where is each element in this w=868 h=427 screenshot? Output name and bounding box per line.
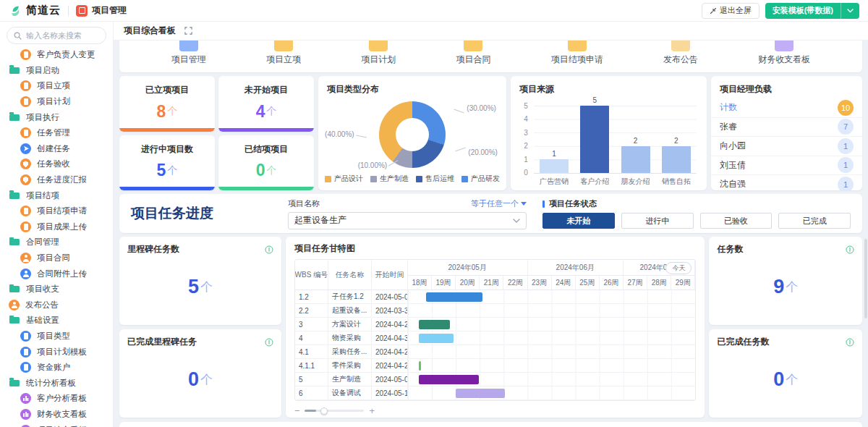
zoom-knob[interactable] xyxy=(320,407,328,415)
manager-row[interactable]: 沈自强1 xyxy=(711,175,862,190)
quick-link[interactable]: 财务收支看板 xyxy=(758,41,810,66)
info-icon[interactable] xyxy=(846,338,854,347)
gantt-task-cell[interactable]: 子任务1.2 xyxy=(328,290,372,304)
doc-icon xyxy=(20,331,31,342)
sidebar-item[interactable]: 项目计划 xyxy=(0,94,113,110)
gantt-task-cell[interactable]: 物资采购 xyxy=(328,331,372,345)
install-template-button[interactable]: 安装模板(带数据) xyxy=(765,3,859,19)
gantt-task-cell[interactable]: 生产制造 xyxy=(328,373,372,386)
sidebar-item[interactable]: 合同附件上传 xyxy=(0,266,113,282)
expand-icon[interactable] xyxy=(184,27,192,35)
sidebar-item[interactable]: 项目结项申请 xyxy=(0,203,113,219)
legend-item[interactable]: 产品设计 xyxy=(325,174,363,184)
sidebar-item-label: 财务收支看板 xyxy=(37,409,87,420)
gantt-bar[interactable] xyxy=(456,389,505,398)
quick-link[interactable]: 项目计划 xyxy=(361,41,396,66)
sidebar-item[interactable]: 项目成果上传 xyxy=(0,219,113,235)
status-button[interactable]: 进行中 xyxy=(621,213,694,229)
gantt-timeline-cell xyxy=(408,345,696,359)
sidebar-item[interactable]: 项目合同 xyxy=(0,250,113,266)
info-icon[interactable] xyxy=(265,245,273,254)
sidebar-item[interactable]: 项目立项 xyxy=(0,78,113,94)
sidebar-item-label: 任务验收 xyxy=(37,158,70,169)
quick-link[interactable]: 项目结项申请 xyxy=(551,41,603,66)
gantt-bar[interactable] xyxy=(419,334,454,343)
donut-chart[interactable] xyxy=(379,101,446,168)
bar[interactable]: 5 xyxy=(580,106,609,173)
legend-item[interactable]: 产品研发 xyxy=(461,174,500,184)
sidebar-item-label: 创建任务 xyxy=(37,143,70,154)
sidebar-item[interactable]: 项目启动 xyxy=(0,63,113,79)
info-icon[interactable] xyxy=(265,338,273,347)
legend-item[interactable]: 生产制造 xyxy=(370,174,409,184)
bar[interactable]: 2 xyxy=(662,146,691,173)
exit-fullscreen-button[interactable]: 退出全屏 xyxy=(702,3,760,19)
gantt-bar[interactable] xyxy=(419,375,479,384)
card-title: 里程碑任务数 xyxy=(127,243,179,255)
chevron-down-icon[interactable] xyxy=(841,9,859,13)
zoom-track[interactable] xyxy=(305,410,364,412)
today-button[interactable]: 今天 xyxy=(665,262,692,274)
stat-card[interactable]: 未开始项目4个 xyxy=(218,76,314,132)
manager-name: 刘玉倩 xyxy=(720,159,746,172)
sidebar-item[interactable]: 项目结项 xyxy=(0,187,113,203)
gantt-task-cell[interactable]: 方案设计 xyxy=(328,318,372,331)
zoom-in-button[interactable]: + xyxy=(369,405,375,416)
gantt-col-header: WBS 编号 xyxy=(295,260,328,290)
sidebar-item[interactable]: 项目计划模板 xyxy=(0,344,113,360)
sidebar-item[interactable]: 项目执行 xyxy=(0,109,113,125)
gantt-bar[interactable] xyxy=(419,361,421,371)
manager-row[interactable]: 向小园1 xyxy=(711,137,862,156)
manager-row[interactable]: 张睿7 xyxy=(711,118,862,138)
scrollbar[interactable] xyxy=(864,239,867,318)
exit-fullscreen-label: 退出全屏 xyxy=(720,5,752,16)
tab-dashboard[interactable]: 项目综合看板 xyxy=(124,25,176,37)
gantt-bar[interactable] xyxy=(426,292,482,302)
sidebar-item[interactable]: 创建任务 xyxy=(0,141,113,157)
stat-card[interactable]: 已立项项目8个 xyxy=(119,76,215,132)
status-button[interactable]: 未开始 xyxy=(542,213,615,229)
quick-link[interactable]: 项目立项 xyxy=(266,41,301,66)
sidebar-item[interactable]: 客户分析看板 xyxy=(0,391,113,407)
match-mode-dropdown[interactable]: 等于任意一个 xyxy=(471,198,527,209)
sidebar-item[interactable]: 基础设置 xyxy=(0,313,113,329)
legend-label: 售后运维 xyxy=(425,174,454,184)
gantt-task-cell[interactable]: 采购任务... xyxy=(328,345,372,359)
sidebar-item[interactable]: 财务收支看板 xyxy=(0,407,113,423)
quick-link[interactable]: 发布公告 xyxy=(663,41,698,66)
sidebar-item[interactable]: 合同管理 xyxy=(0,234,113,250)
stat-card[interactable]: 已结项项目0个 xyxy=(218,135,314,191)
bar[interactable]: 1 xyxy=(540,159,569,173)
y-tick: 2 xyxy=(518,142,528,150)
gantt-task-cell[interactable]: 设备调试 xyxy=(328,386,372,400)
sidebar-item[interactable]: 发布公告 xyxy=(0,297,113,313)
sidebar-item[interactable]: 项目综合看板 xyxy=(0,422,113,427)
quick-link[interactable]: 项目合同 xyxy=(456,41,490,66)
manager-row[interactable]: 刘玉倩1 xyxy=(711,156,862,176)
legend-item[interactable]: 售后运维 xyxy=(416,174,454,184)
gantt-task-cell[interactable]: 起重设备... xyxy=(328,304,372,318)
sidebar-item[interactable]: 资金账户 xyxy=(0,360,113,376)
search-input[interactable]: 输入名称来搜索 xyxy=(7,27,106,44)
info-icon[interactable] xyxy=(846,245,854,254)
status-button[interactable]: 已完成 xyxy=(778,213,851,229)
zoom-out-button[interactable]: − xyxy=(294,405,300,416)
stat-card[interactable]: 进行中项目数5个 xyxy=(119,135,215,191)
sidebar-item[interactable]: 任务管理 xyxy=(0,125,113,141)
y-tick: 0 xyxy=(518,169,528,177)
sidebar-item[interactable]: 统计分析看板 xyxy=(0,375,113,391)
sidebar-item[interactable]: 任务验收 xyxy=(0,156,113,172)
quick-link[interactable]: 项目管理 xyxy=(171,41,206,66)
manager-row[interactable]: 计数10 xyxy=(711,98,862,118)
project-name-select[interactable]: 起重设备生产 xyxy=(288,212,527,229)
app-name[interactable]: 项目管理 xyxy=(92,4,127,17)
gantt-task-cell[interactable]: 零件采购 xyxy=(328,359,372,373)
sidebar-item[interactable]: 客户负责人变更 xyxy=(0,47,113,63)
sidebar-item[interactable]: 项目收支 xyxy=(0,282,113,297)
sidebar-item[interactable]: 项目类型 xyxy=(0,329,113,344)
gantt-bar[interactable] xyxy=(419,320,450,329)
sidebar-item[interactable]: 任务进度汇报 xyxy=(0,172,113,188)
bar-value-label: 1 xyxy=(540,150,569,158)
status-button[interactable]: 已验收 xyxy=(700,213,773,229)
bar[interactable]: 2 xyxy=(621,146,650,173)
